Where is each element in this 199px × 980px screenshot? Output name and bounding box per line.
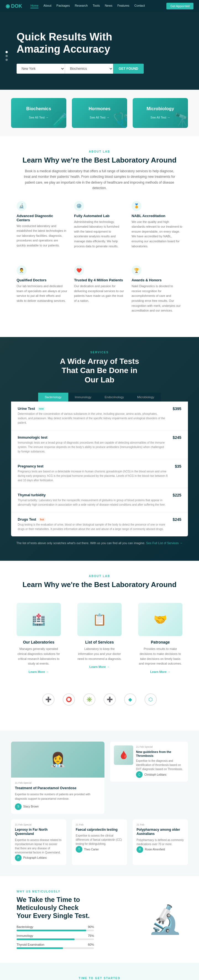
service-price-2: $245 bbox=[173, 435, 181, 440]
service-card-img-3: 🔭 bbox=[174, 112, 188, 128]
tab-endocrinology[interactable]: Endocrinology bbox=[98, 393, 131, 401]
about2-heading: Learn Why we're the Best Laboratory Arou… bbox=[11, 581, 188, 589]
service-name-5: Drugs Test bbox=[18, 517, 36, 522]
logo[interactable]: ◉ DOK bbox=[6, 3, 22, 9]
cta-bar-value-2: 75% bbox=[88, 934, 94, 937]
service-card-img-1: 🧪 bbox=[52, 112, 66, 128]
cta-heading: We Take the Time to Meticulously Check Y… bbox=[17, 896, 94, 920]
services-full-list-link[interactable]: See Full List of Services → bbox=[146, 541, 183, 545]
blog-medium-title-1: Leprosy in Far North Queensland bbox=[15, 828, 62, 836]
icon-plus: ➕ bbox=[42, 694, 54, 706]
about2-label: ABOUT LAB bbox=[11, 574, 188, 578]
feature-2: ⚙️ Fully Automated Lab Administrating th… bbox=[74, 201, 125, 259]
about2-desc-1: Manages generally operated clinical diag… bbox=[17, 647, 61, 666]
service-name-4: Thymal turbidity bbox=[18, 493, 46, 497]
blog-medium-author-2: T Theo Carter bbox=[76, 846, 123, 853]
cta-bar-value-1: 90% bbox=[88, 925, 94, 929]
icons-row: ➕ ⭕ ✳️ ➕ ◆ ⬡ bbox=[11, 688, 188, 717]
service-name-3: Pregnancy test bbox=[18, 464, 43, 468]
blog-small-date-1: 21 Feb Special bbox=[136, 745, 184, 748]
cta-bar-track-2 bbox=[17, 939, 94, 940]
service-price-1: $395 bbox=[173, 407, 181, 411]
blog-right-column: 🩸 21 Feb Special New guidelines from the… bbox=[110, 741, 188, 814]
service-card-title-1: Biochemics bbox=[17, 107, 61, 111]
icon-hex: ⬡ bbox=[145, 694, 157, 706]
nav-news[interactable]: News bbox=[105, 4, 112, 8]
about2-card-3: 🤝 Patronage Provides results to make dec… bbox=[133, 597, 188, 679]
about2-link-2[interactable]: Learn More → bbox=[89, 665, 109, 668]
cta-bar-fill-3 bbox=[17, 947, 63, 949]
service-desc-1: Determination of the concentration of va… bbox=[18, 412, 167, 425]
features-grid: 🔬 Advanced Diagnostic Centers We conduct… bbox=[17, 201, 182, 323]
blog-featured-title: Treatment of Paracetamol Overdose bbox=[15, 786, 101, 791]
blog-medium-author-1: P Pictograph Leblanc bbox=[15, 854, 62, 861]
hero-dot-3[interactable] bbox=[6, 59, 8, 61]
service-card-link-3[interactable]: See All Test → bbox=[150, 116, 170, 119]
service-price-5: $245 bbox=[173, 517, 181, 522]
service-price-3: $35 bbox=[175, 464, 181, 469]
hero-dot-2[interactable] bbox=[6, 55, 8, 57]
about2-section: ABOUT LAB Learn Why we're the Best Labor… bbox=[0, 561, 199, 730]
about2-img-2: 📋 bbox=[77, 603, 122, 636]
nav-packages[interactable]: Packages bbox=[56, 4, 69, 8]
tab-microbiology[interactable]: Microbiology bbox=[131, 393, 161, 401]
hero-dot-1[interactable] bbox=[6, 51, 8, 53]
plus2-icon: ➕ bbox=[104, 694, 116, 706]
cta-illustration: 🔬 bbox=[105, 903, 182, 936]
blog-small-title-1: New guidelines from the Thrombosis bbox=[136, 750, 184, 758]
feature-icon-2: ⚙️ bbox=[74, 201, 84, 211]
blog-section: 👩‍⚕️ 21 Feb Special Treatment of Paracet… bbox=[0, 730, 199, 876]
service-card-link-1[interactable]: See All Test → bbox=[29, 116, 48, 119]
blog-featured-avatar: S bbox=[15, 803, 22, 810]
service-row-1: Urine Test new Determination of the conc… bbox=[11, 401, 188, 430]
feature-4: 👨‍⚕️ Qualified Doctors Our lab technicia… bbox=[17, 265, 68, 323]
blog-featured-image: 👩‍⚕️ bbox=[11, 741, 104, 778]
cta-bar-2: Immunology 75% bbox=[17, 934, 94, 940]
cta-bar-fill-2 bbox=[17, 939, 74, 940]
blog-small-desc-1: Expertise to the diagnosis and identific… bbox=[136, 759, 184, 771]
blog-featured-desc: Expertise to assess the numbers of patie… bbox=[15, 792, 101, 801]
nav-about[interactable]: About bbox=[43, 4, 51, 8]
hero-search-bar: New York Biochemics GET FOUND bbox=[17, 64, 144, 74]
service-card-img-2: 🩺 bbox=[113, 112, 127, 128]
nav-home[interactable]: Home bbox=[30, 4, 38, 8]
feature-icon-6: 🏆 bbox=[131, 265, 142, 275]
about-label: ABOUT LAB bbox=[17, 150, 182, 153]
nav-tools[interactable]: Tools bbox=[93, 4, 100, 8]
about2-card-1: 🏥 Our Laboratories Manages generally ope… bbox=[11, 597, 66, 679]
services-list: Urine Test new Determination of the conc… bbox=[11, 401, 188, 536]
services-footer: The list of tests above only scratches w… bbox=[0, 536, 199, 550]
location-select[interactable]: New York bbox=[17, 64, 65, 74]
service-desc-3: Pregnancy tests are based on a detectabl… bbox=[18, 469, 169, 483]
tab-bacteriology[interactable]: Bacteriology bbox=[38, 393, 68, 401]
about2-title-1: Our Laboratories bbox=[17, 640, 61, 644]
hero-section: Quick Results With Amazing Accuracy New … bbox=[0, 12, 199, 90]
nav-cta-button[interactable]: Get Appointed bbox=[166, 3, 193, 10]
cta-progress-bars: Bacteriology 90% Immunology 75% Thyroi bbox=[17, 925, 94, 949]
blog-medium-author-name-3: Rosie Ahrenfield bbox=[145, 848, 165, 851]
hero-dots bbox=[6, 51, 8, 61]
test-select[interactable]: Biochemics bbox=[65, 64, 113, 74]
about2-link-1[interactable]: Learn More → bbox=[28, 670, 49, 673]
tab-immunology[interactable]: Immunology bbox=[68, 393, 98, 401]
feature-title-5: Trusted By 4 Million Patients bbox=[74, 278, 125, 282]
feature-title-4: Qualified Doctors bbox=[17, 278, 68, 282]
nav-features[interactable]: Features bbox=[117, 4, 130, 8]
icon-circle: ⭕ bbox=[63, 694, 75, 706]
diamond-icon: ◆ bbox=[124, 694, 136, 706]
services-footer-text: The list of tests above only scratches w… bbox=[16, 541, 145, 545]
service-card-hormones: Hormones See All Test → 🩺 bbox=[72, 98, 127, 128]
hero-search-button[interactable]: GET FOUND bbox=[113, 64, 144, 74]
service-card-link-2[interactable]: See All Test → bbox=[90, 116, 109, 119]
nav-contact[interactable]: Contact bbox=[134, 4, 145, 8]
cta-bar-label-3: Thyroid Examination bbox=[17, 943, 44, 946]
about2-desc-2: Laboratory to keep the information you a… bbox=[77, 647, 122, 661]
logo-icon: ◉ bbox=[6, 3, 10, 9]
feature-icon-5: ❤️ bbox=[74, 265, 84, 275]
circle-icon: ⭕ bbox=[63, 694, 75, 706]
nav-research[interactable]: Research bbox=[74, 4, 88, 8]
about2-title-3: Patronage bbox=[138, 640, 182, 644]
service-cards-section: Biochemics See All Test → 🧪 Hormones See… bbox=[0, 90, 199, 136]
star-icon: ✳️ bbox=[83, 694, 95, 706]
about2-link-3[interactable]: Learn More → bbox=[150, 670, 170, 673]
